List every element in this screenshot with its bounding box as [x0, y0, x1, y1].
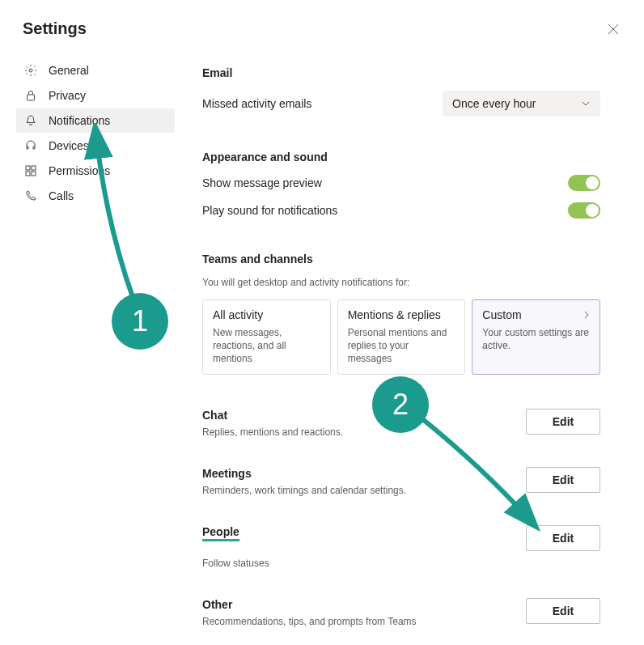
- sidebar-item-devices[interactable]: Devices: [16, 134, 175, 158]
- section-sub-other: Recommendations, tips, and prompts from …: [202, 616, 526, 627]
- section-appearance: Appearance and sound Show message previe…: [202, 151, 600, 219]
- section-meetings: Meetings Reminders, work timings and cal…: [202, 467, 600, 496]
- edit-button-other[interactable]: Edit: [526, 598, 600, 624]
- close-icon: [608, 23, 619, 35]
- svg-rect-3: [32, 166, 36, 170]
- section-title-teams: Teams and channels: [202, 252, 600, 265]
- chevron-down-icon: [581, 99, 591, 108]
- bell-icon: [24, 114, 37, 127]
- dropdown-value: Once every hour: [452, 97, 536, 110]
- label-missed-emails: Missed activity emails: [202, 97, 311, 110]
- helper-teams: You will get desktop and activity notifi…: [202, 277, 600, 288]
- section-title-chat: Chat: [202, 409, 526, 422]
- edit-button-chat[interactable]: Edit: [526, 409, 600, 435]
- annotation-badge-2: 2: [372, 376, 429, 433]
- page-title: Settings: [23, 19, 87, 38]
- sidebar-item-general[interactable]: General: [16, 58, 175, 83]
- section-title-email: Email: [202, 66, 600, 79]
- edit-button-people[interactable]: Edit: [526, 525, 600, 551]
- section-title-people: People: [202, 525, 526, 553]
- card-title: Mentions & replies: [348, 308, 455, 321]
- card-desc: New messages, reactions, and all mention…: [213, 326, 320, 366]
- sidebar-item-label: Devices: [49, 139, 89, 152]
- card-desc: Your custom settings are active.: [482, 326, 590, 352]
- edit-button-meetings[interactable]: Edit: [526, 467, 600, 493]
- svg-rect-5: [32, 172, 36, 176]
- section-sub-people: Follow statuses: [202, 558, 526, 569]
- section-email: Email Missed activity emails Once every …: [202, 66, 600, 117]
- card-title: Custom: [482, 308, 590, 321]
- section-title-appearance: Appearance and sound: [202, 151, 600, 163]
- svg-rect-4: [26, 172, 30, 176]
- headset-icon: [24, 139, 37, 152]
- card-all-activity[interactable]: All activity New messages, reactions, an…: [202, 299, 331, 375]
- sidebar-item-privacy[interactable]: Privacy: [16, 83, 175, 108]
- sidebar-item-label: Calls: [49, 189, 74, 202]
- svg-point-0: [29, 69, 32, 72]
- section-title-meetings: Meetings: [202, 467, 526, 480]
- card-mentions-replies[interactable]: Mentions & replies Personal mentions and…: [337, 299, 466, 375]
- chevron-right-icon: [582, 310, 591, 320]
- sidebar-item-permissions[interactable]: Permissions: [16, 159, 175, 183]
- label-play-sound: Play sound for notifications: [202, 204, 337, 217]
- sidebar-item-label: Permissions: [49, 164, 110, 177]
- phone-icon: [24, 189, 37, 202]
- close-button[interactable]: [605, 21, 621, 37]
- section-other: Other Recommendations, tips, and prompts…: [202, 598, 600, 627]
- section-people: People Follow statuses Edit: [202, 525, 600, 569]
- card-title: All activity: [213, 308, 320, 321]
- section-title-other: Other: [202, 598, 526, 611]
- apps-icon: [24, 164, 37, 177]
- gear-icon: [24, 64, 37, 77]
- section-teams-channels: Teams and channels You will get desktop …: [202, 252, 600, 375]
- annotation-badge-1: 1: [112, 293, 168, 350]
- sidebar-item-label: Notifications: [49, 114, 110, 127]
- toggle-play-sound[interactable]: [568, 202, 600, 219]
- section-sub-chat: Replies, mentions and reactions.: [202, 426, 526, 438]
- sidebar-item-label: Privacy: [49, 89, 86, 102]
- sidebar-item-label: General: [49, 64, 89, 77]
- lock-icon: [24, 89, 37, 102]
- toggle-message-preview[interactable]: [568, 175, 600, 191]
- sidebar-item-notifications[interactable]: Notifications: [16, 108, 175, 133]
- label-message-preview: Show message preview: [202, 176, 322, 189]
- dropdown-missed-emails[interactable]: Once every hour: [443, 91, 600, 117]
- svg-rect-1: [28, 95, 35, 100]
- main-content: Email Missed activity emails Once every …: [178, 0, 644, 645]
- svg-rect-2: [26, 166, 30, 170]
- sidebar-item-calls[interactable]: Calls: [16, 184, 175, 208]
- card-custom[interactable]: Custom Your custom settings are active.: [472, 299, 600, 375]
- card-desc: Personal mentions and replies to your me…: [348, 326, 455, 366]
- section-sub-meetings: Reminders, work timings and calendar set…: [202, 485, 526, 496]
